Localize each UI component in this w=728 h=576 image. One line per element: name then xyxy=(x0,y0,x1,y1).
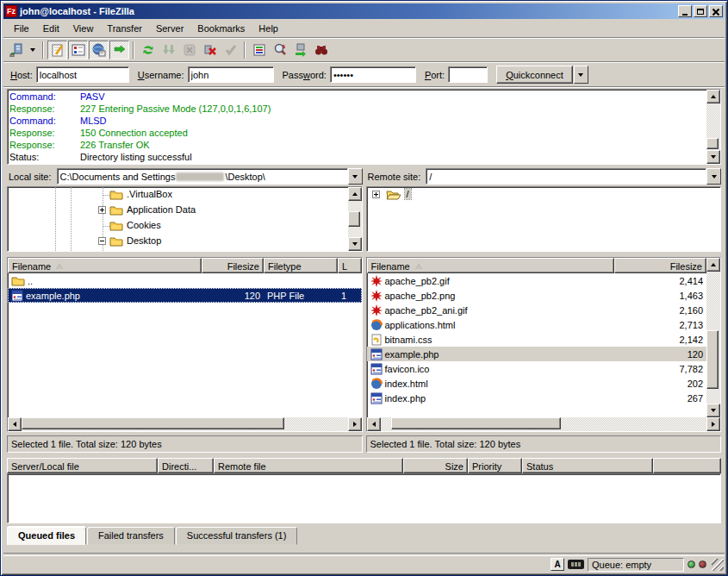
site-manager-button[interactable] xyxy=(6,41,26,59)
port-input[interactable] xyxy=(448,66,488,83)
maximize-button[interactable] xyxy=(694,5,707,17)
menu-view[interactable]: View xyxy=(66,21,101,36)
scrollbar-thumb[interactable] xyxy=(348,211,360,227)
tree-item-desktop[interactable]: Desktop xyxy=(8,234,348,249)
column-header-remote-file[interactable]: Remote file xyxy=(214,458,403,473)
file-search-button[interactable] xyxy=(270,41,289,59)
tab-failed-transfers[interactable]: Failed transfers xyxy=(87,527,175,545)
column-header-server-local-file[interactable]: Server/Local file xyxy=(7,458,158,473)
expand-icon[interactable] xyxy=(98,206,106,214)
cancel-operation-button[interactable] xyxy=(179,41,199,59)
collapse-icon[interactable] xyxy=(98,237,106,245)
disconnect-button[interactable] xyxy=(200,41,220,59)
scroll-left-button[interactable] xyxy=(8,417,22,431)
menu-server[interactable]: Server xyxy=(149,21,190,36)
scroll-down-button[interactable] xyxy=(348,237,362,251)
remote-site-combobox[interactable]: / xyxy=(426,168,721,185)
menu-transfer[interactable]: Transfer xyxy=(100,21,149,36)
resize-grip[interactable] xyxy=(712,559,724,571)
directory-comparison-button[interactable] xyxy=(311,41,331,59)
process-queue-button[interactable] xyxy=(159,41,178,59)
queue-body[interactable] xyxy=(7,473,721,523)
file-row-index-php[interactable]: index.php 267 xyxy=(367,391,707,405)
file-row-example-php[interactable]: example.php 120 PHP File 1 xyxy=(8,288,362,303)
column-header-filename[interactable]: Filename xyxy=(8,258,202,273)
local-path-value[interactable]: C:\Documents and Settings\Desktop\ xyxy=(57,168,348,185)
local-horizontal-scrollbar[interactable] xyxy=(8,417,362,431)
tree-item-virtualbox[interactable]: .VirtualBox xyxy=(8,187,348,203)
column-header-filename[interactable]: Filename xyxy=(367,258,614,273)
remote-path-dropdown-button[interactable] xyxy=(706,168,721,185)
host-input[interactable] xyxy=(36,66,129,83)
tree-item-root[interactable]: / xyxy=(367,187,721,203)
local-path-dropdown-button[interactable] xyxy=(348,168,363,185)
scroll-up-button[interactable] xyxy=(348,187,362,201)
scroll-right-button[interactable] xyxy=(348,417,362,431)
scrollbar-track[interactable] xyxy=(381,417,707,431)
quickconnect-button[interactable]: Quickconnect xyxy=(496,66,573,84)
file-row-apache-pb2-ani-gif[interactable]: apache_pb2_ani.gif 2,160 xyxy=(367,303,707,317)
scrollbar-track[interactable] xyxy=(706,272,720,404)
file-row-parent-directory[interactable]: .. xyxy=(8,273,362,288)
tree-item-application-data[interactable]: Application Data xyxy=(8,203,348,218)
file-row-favicon-ico[interactable]: favicon.ico 7,782 xyxy=(367,361,707,376)
message-log-body[interactable]: Command:PASV Response:227 Entering Passi… xyxy=(8,90,706,164)
scrollbar-thumb[interactable] xyxy=(706,330,719,389)
file-row-apache-pb2-png[interactable]: apache_pb2.png 1,463 xyxy=(367,288,707,303)
column-header-filetype[interactable]: Filetype xyxy=(264,258,338,273)
menu-file[interactable]: File xyxy=(7,21,36,36)
scrollbar-track[interactable] xyxy=(348,201,362,237)
menu-bookmarks[interactable]: Bookmarks xyxy=(190,21,252,36)
local-list-rows[interactable]: .. example.php 120 PHP File 1 xyxy=(8,273,362,417)
column-header-lastmodified[interactable]: L xyxy=(338,258,362,273)
local-tree-body[interactable]: .VirtualBox Application Data Cookies xyxy=(8,187,348,251)
close-button[interactable] xyxy=(709,5,723,17)
scrollbar-thumb[interactable] xyxy=(22,417,284,429)
scrollbar-thumb[interactable] xyxy=(391,417,561,429)
menu-help[interactable]: Help xyxy=(252,21,285,36)
column-header-status[interactable]: Status xyxy=(522,458,653,473)
synchronized-browsing-button[interactable] xyxy=(290,41,310,59)
toggle-local-tree-button[interactable] xyxy=(68,41,88,59)
quickconnect-dropdown-button[interactable] xyxy=(574,66,588,84)
scrollbar-track[interactable] xyxy=(22,417,348,431)
scroll-left-button[interactable] xyxy=(367,417,381,431)
tab-successful-transfers[interactable]: Successful transfers (1) xyxy=(176,527,298,545)
minimize-button[interactable] xyxy=(678,5,692,17)
menu-edit[interactable]: Edit xyxy=(36,21,66,36)
local-site-combobox[interactable]: C:\Documents and Settings\Desktop\ xyxy=(57,168,363,185)
remote-horizontal-scrollbar[interactable] xyxy=(367,417,721,431)
file-row-example-php[interactable]: example.php 120 xyxy=(367,347,707,361)
remote-list-rows[interactable]: apache_pb2.gif 2,414 apache_pb2.png 1,46… xyxy=(367,273,707,417)
scroll-down-button[interactable] xyxy=(706,404,720,417)
file-row-applications-html[interactable]: applications.html 2,713 xyxy=(367,317,707,332)
toggle-transfer-queue-button[interactable] xyxy=(109,41,129,59)
scroll-right-button[interactable] xyxy=(706,417,720,431)
file-row-apache-pb2-gif[interactable]: apache_pb2.gif 2,414 xyxy=(367,273,707,288)
reconnect-button[interactable] xyxy=(221,41,240,59)
remote-path-value[interactable]: / xyxy=(426,168,706,185)
password-input[interactable] xyxy=(330,66,416,83)
column-header-filesize[interactable]: Filesize xyxy=(614,258,707,273)
filter-listings-button[interactable] xyxy=(249,41,269,59)
column-header-direction[interactable]: Directi... xyxy=(158,458,214,473)
file-row-bitnami-css[interactable]: bitnami.css 2,142 xyxy=(367,332,707,347)
scroll-up-button[interactable] xyxy=(706,90,720,103)
scroll-up-button[interactable] xyxy=(706,258,720,272)
local-tree-scrollbar[interactable] xyxy=(348,187,362,251)
file-row-index-html[interactable]: index.html 202 xyxy=(367,376,707,391)
log-vertical-scrollbar[interactable] xyxy=(706,90,720,164)
site-manager-dropdown-button[interactable] xyxy=(27,41,39,59)
tree-item-cookies[interactable]: Cookies xyxy=(8,218,348,234)
scroll-down-button[interactable] xyxy=(706,150,720,164)
tab-queued-files[interactable]: Queued files xyxy=(7,527,86,545)
column-header-priority[interactable]: Priority xyxy=(468,458,522,473)
scrollbar-track[interactable] xyxy=(706,103,720,150)
remote-tree-body[interactable]: / xyxy=(367,187,721,251)
refresh-button[interactable] xyxy=(138,41,158,59)
username-input[interactable] xyxy=(188,66,274,83)
column-header-size[interactable]: Size xyxy=(403,458,468,473)
column-header-filesize[interactable]: Filesize xyxy=(202,258,264,273)
remote-vertical-scrollbar[interactable] xyxy=(706,258,720,417)
toggle-message-log-button[interactable] xyxy=(47,41,67,59)
